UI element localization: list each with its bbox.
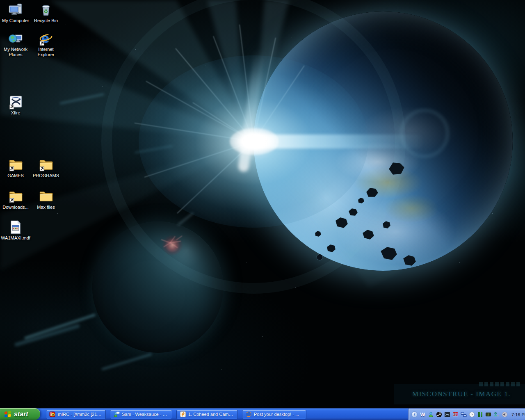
icon-label: PROGRAMS xyxy=(33,173,59,178)
desktop-icon-xfire[interactable]: Xfire xyxy=(0,95,31,116)
icon-label: WA1MAXI.mdf xyxy=(1,235,30,241)
system-tray: ‹ W 38 xyxy=(408,409,525,420)
icon-label: My Computer xyxy=(2,18,29,23)
start-button[interactable]: start xyxy=(0,408,40,420)
folder-shortcut-icon xyxy=(39,158,53,172)
desktop-wallpaper: MISCONSTRUE - IMAGE 1. My Computer ♻ Re xyxy=(0,0,525,408)
screen: MISCONSTRUE - IMAGE 1. My Computer ♻ Re xyxy=(0,0,525,420)
desktop-icon-max-files[interactable]: Max files xyxy=(30,189,62,210)
tray-pause-bars-icon[interactable] xyxy=(477,411,484,418)
tray-volume-speaker-icon[interactable] xyxy=(501,411,508,418)
tray-audio-wizard-icon[interactable] xyxy=(493,411,500,418)
start-button-label: start xyxy=(14,411,30,418)
icon-label: Xfire xyxy=(11,110,21,116)
moon-impact-lightning xyxy=(161,236,182,248)
icon-label: Internet Explorer xyxy=(31,47,61,57)
folder-shortcut-icon xyxy=(8,189,23,204)
mirc-icon xyxy=(49,411,56,418)
winamp-icon xyxy=(180,411,186,418)
desktop-icon-games[interactable]: GAMES xyxy=(0,158,31,178)
tray-collapse-chevron-icon[interactable]: ‹ xyxy=(411,411,418,418)
desktop-icon-programs[interactable]: PROGRAMS xyxy=(30,158,62,178)
tray-xfire-icon[interactable] xyxy=(444,411,451,418)
taskbar-button-label: Post your desktop! - ... xyxy=(254,412,299,417)
tray-nvidia-settings-icon[interactable] xyxy=(485,411,492,418)
desktop-icon-my-computer[interactable]: My Computer xyxy=(0,2,31,23)
taskbar-button-label: 1. Coheed and Camb... xyxy=(188,412,235,417)
icon-label: Downloads... xyxy=(2,205,29,210)
firefox-icon xyxy=(245,411,252,418)
tray-network-icon[interactable] xyxy=(460,411,467,418)
messenger-icon xyxy=(113,411,120,418)
xfire-icon xyxy=(8,95,23,110)
my-network-places-icon xyxy=(8,31,23,46)
tray-steam-icon[interactable] xyxy=(436,411,443,418)
tray-clock[interactable]: 7:16 PM xyxy=(511,412,525,417)
taskbar-button-label: mIRC - [#mm2c [21] ... xyxy=(58,412,103,417)
taskbar-button-firefox[interactable]: Post your desktop! - ... xyxy=(242,410,306,419)
icon-label: Recycle Bin xyxy=(34,18,58,23)
tray-w-app-icon[interactable]: W xyxy=(419,411,426,418)
desktop-icon-my-network-places[interactable]: My Network Places xyxy=(0,31,31,57)
tray-temperature-monitor-icon[interactable]: 38 xyxy=(452,411,459,418)
taskbar-button-messenger[interactable]: Sam - Weaksauce - C... xyxy=(110,410,172,419)
taskbar-button-winamp[interactable]: 1. Coheed and Camb... xyxy=(176,410,238,419)
tray-messenger-icon[interactable] xyxy=(427,411,434,418)
internet-explorer-icon: e xyxy=(39,31,53,46)
folder-icon xyxy=(39,189,53,204)
tray-scheduler-clock-icon[interactable] xyxy=(468,411,475,418)
folder-shortcut-icon xyxy=(8,158,23,172)
recycle-bin-icon: ♻ xyxy=(39,2,53,17)
wallpaper-logo-mark xyxy=(479,382,520,386)
desktop-icon-downloads[interactable]: Downloads... xyxy=(0,189,31,210)
tray-icons: ‹ W 38 xyxy=(411,411,508,418)
desktop-icon-internet-explorer[interactable]: e Internet Explorer xyxy=(30,31,62,57)
wallpaper-watermark-text: MISCONSTRUE - IMAGE 1. xyxy=(406,390,517,398)
taskbar-button-mirc[interactable]: mIRC - [#mm2c [21] ... xyxy=(46,410,106,419)
star-explosion-core xyxy=(230,128,279,155)
taskbar-button-label: Sam - Weaksauce - C... xyxy=(122,412,169,417)
my-computer-icon xyxy=(8,2,23,17)
windows-flag-icon xyxy=(4,411,11,418)
desktop-icon-recycle-bin[interactable]: ♻ Recycle Bin xyxy=(30,2,62,23)
svg-text:♻: ♻ xyxy=(43,9,48,14)
icon-label: My Network Places xyxy=(0,47,31,57)
mdf-file-icon xyxy=(8,220,23,235)
icon-label: GAMES xyxy=(7,173,24,178)
taskbar: start mIRC - [#mm2c [21] ... Sam - Weaks… xyxy=(0,408,525,420)
icon-label: Max files xyxy=(37,205,55,210)
desktop-icon-wa1maxi-mdf[interactable]: WA1MAXI.mdf xyxy=(0,220,31,241)
